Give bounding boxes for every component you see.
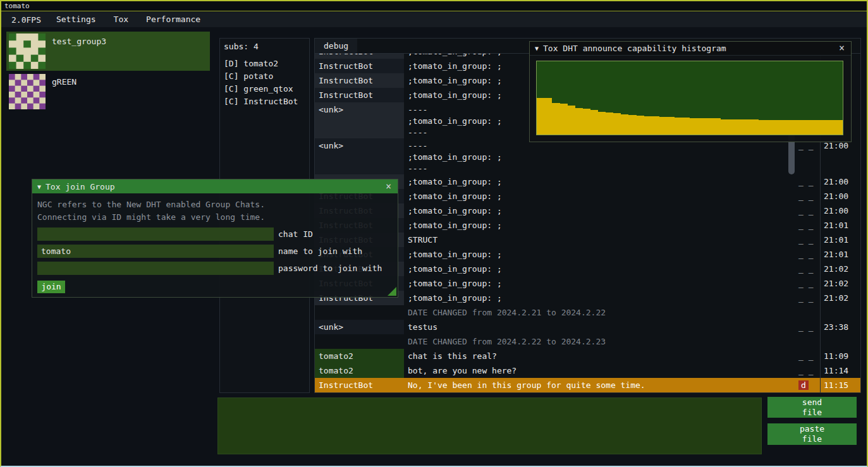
tab-debug[interactable]: debug <box>315 39 357 53</box>
message-text: ;tomato_in_group: ; <box>404 247 797 262</box>
delivery-marks: _ _ <box>797 218 820 233</box>
delivery-marks: _ _ <box>797 233 820 247</box>
dht-histogram-window: ▼ Tox DHT announce capability histogram … <box>529 41 852 142</box>
message-text: testus <box>404 320 797 334</box>
message-time: 21:00 <box>820 138 860 174</box>
message-text: ;tomato_in_group: ; <box>404 291 797 305</box>
join-description-line2: Connecting via ID might take a very long… <box>37 211 398 224</box>
group-avatar <box>9 74 46 109</box>
dht-histogram-title: Tox DHT announce capability histogram <box>543 44 726 53</box>
send-file-button[interactable]: send file <box>767 397 857 418</box>
subs-header: subs: 4 <box>224 42 309 51</box>
join-password-input[interactable] <box>37 262 274 275</box>
delivery-marks: _ _ <box>797 174 820 189</box>
group-item-test_group3[interactable]: test_group3 <box>6 32 210 71</box>
message-text: chat is this real? <box>404 349 797 363</box>
join-group-body: NGC refers to the New DHT enabled Group … <box>32 193 398 293</box>
histogram-bars <box>537 61 843 135</box>
send-file-label-line1: send <box>802 397 822 408</box>
delivery-marks: d <box>797 378 820 392</box>
message-time: 11:09 <box>820 349 860 363</box>
group-item-green[interactable]: gREEN <box>6 72 210 111</box>
join-name-label: name to join with <box>278 246 362 256</box>
message-text: ;tomato_in_group: ; <box>404 189 797 203</box>
chat-message-row[interactable]: InstructBotNo, I've been in this group f… <box>315 378 860 392</box>
message-time: 23:38 <box>820 320 860 334</box>
send-file-label-line2: file <box>802 408 822 418</box>
delivery-marks: _ _ <box>797 320 820 334</box>
join-button[interactable]: join <box>37 281 65 293</box>
join-group-window: ▼ Tox join Group × NGC refers to the New… <box>32 179 398 298</box>
dht-histogram-titlebar[interactable]: ▼ Tox DHT announce capability histogram … <box>530 42 851 56</box>
message-time: 21:01 <box>820 247 860 262</box>
subs-member[interactable]: [C] green_qtox <box>224 83 309 95</box>
chat-message-row[interactable]: tomato2bot, are you new here?_ _11:14 <box>315 363 860 378</box>
delivery-marks: _ _ <box>797 363 820 378</box>
date-separator-text: DATE CHANGED from 2024.2.21 to 2024.2.22 <box>404 305 797 320</box>
message-text: STRUCT <box>404 233 797 247</box>
join-group-titlebar[interactable]: ▼ Tox join Group × <box>32 179 398 193</box>
message-time: 21:00 <box>820 189 860 203</box>
close-icon[interactable]: × <box>384 182 393 191</box>
subs-member[interactable]: [D] tomato2 <box>224 58 309 70</box>
message-time: 21:00 <box>820 203 860 218</box>
date-separator-text: DATE CHANGED from 2024.2.22 to 2024.2.23 <box>404 334 797 349</box>
date-separator-row: DATE CHANGED from 2024.2.21 to 2024.2.22 <box>315 305 860 320</box>
window-titlebar: tomato <box>1 1 867 11</box>
sender-name: InstructBot <box>315 88 404 102</box>
date-separator-row: DATE CHANGED from 2024.2.22 to 2024.2.23 <box>315 334 860 349</box>
join-name-input[interactable] <box>37 245 274 258</box>
message-time: 21:01 <box>820 218 860 233</box>
group-label: test_group3 <box>52 37 106 46</box>
chat-id-label: chat ID <box>278 229 313 239</box>
message-time: 21:02 <box>820 291 860 305</box>
chat-message-row[interactable]: <unk>----;tomato_in_group: ;----_ _21:00 <box>315 138 860 174</box>
subs-member[interactable]: [C] InstructBot <box>224 95 309 108</box>
menu-item-settings[interactable]: Settings <box>47 12 105 27</box>
message-text: No, I've been in this group for quite so… <box>404 378 797 392</box>
sender-name: <unk> <box>315 138 404 174</box>
delivery-marks: _ _ <box>797 247 820 262</box>
delivery-marks: _ _ <box>797 203 820 218</box>
delivery-marks: _ _ <box>797 291 820 305</box>
sender-name: <unk> <box>315 320 404 334</box>
group-avatar <box>9 33 46 69</box>
collapse-arrow-icon[interactable]: ▼ <box>37 183 41 190</box>
message-time: 21:01 <box>820 233 860 247</box>
message-text: ;tomato_in_group: ; <box>404 218 797 233</box>
sender-name: tomato2 <box>315 363 404 378</box>
message-input[interactable] <box>217 397 762 454</box>
paste-file-label-line2: file <box>802 434 822 444</box>
message-time: 11:15 <box>820 378 860 392</box>
subs-member[interactable]: [C] potato <box>224 70 309 83</box>
resize-grip[interactable] <box>388 287 396 296</box>
dht-histogram-plot <box>536 61 843 135</box>
message-text: ;tomato_in_group: ; <box>404 174 797 189</box>
message-text: bot, are you new here? <box>404 363 797 378</box>
join-password-label: password to join with <box>278 264 382 273</box>
paste-file-label-line1: paste <box>800 424 824 434</box>
sender-name: <unk> <box>315 102 404 138</box>
sender-name: InstructBot <box>315 378 404 392</box>
delivery-marks: _ _ <box>797 189 820 203</box>
chat-message-row[interactable]: <unk>testus_ _23:38 <box>315 320 860 334</box>
window-title: tomato <box>4 2 30 10</box>
menu-item-tox[interactable]: Tox <box>105 12 137 27</box>
join-group-title: Tox join Group <box>46 182 115 191</box>
collapse-arrow-icon[interactable]: ▼ <box>535 45 539 52</box>
delivered-flag: d <box>798 380 809 390</box>
message-text: ;tomato_in_group: ; <box>404 262 797 276</box>
chat-message-row[interactable]: tomato2chat is this real?_ _11:09 <box>315 349 860 363</box>
paste-file-button[interactable]: paste file <box>767 423 857 445</box>
delivery-marks: _ _ <box>797 276 820 291</box>
delivery-marks: _ _ <box>797 138 820 174</box>
sender-name: tomato2 <box>315 349 404 363</box>
menu-item-performance[interactable]: Performance <box>137 12 209 27</box>
message-text: ----;tomato_in_group: ;---- <box>404 138 797 174</box>
group-label: gREEN <box>52 77 76 87</box>
sender-name: InstructBot <box>315 54 404 59</box>
menubar-items: SettingsToxPerformance <box>47 12 209 27</box>
message-text: ;tomato_in_group: ; <box>404 203 797 218</box>
chat-id-input[interactable] <box>37 227 274 241</box>
close-icon[interactable]: × <box>838 44 846 53</box>
